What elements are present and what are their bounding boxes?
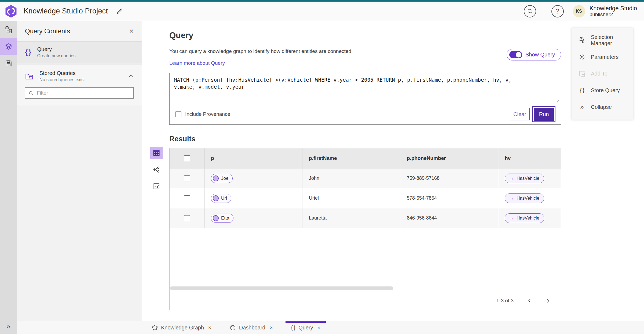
column-header-p[interactable]: p: [204, 148, 302, 168]
edit-title-icon[interactable]: [116, 8, 123, 15]
knowledge-graph-icon: [152, 325, 158, 331]
include-provenance-checkbox[interactable]: [175, 111, 181, 117]
user-app-name: Knowledge Studio: [590, 5, 637, 12]
horizontal-scrollbar: [170, 286, 561, 291]
selection-manager-icon: [579, 37, 586, 44]
close-icon[interactable]: ×: [208, 325, 211, 331]
search-button[interactable]: [524, 5, 536, 17]
show-query-label: Show Query: [525, 52, 555, 58]
arrow-right-icon: →: [510, 176, 514, 181]
app-logo-icon: [5, 5, 17, 18]
next-page-button[interactable]: [543, 295, 553, 306]
tab-knowledge-graph[interactable]: Knowledge Graph ×: [146, 321, 217, 334]
double-chevron-icon: »: [7, 323, 10, 330]
header-checkbox-cell: [170, 148, 204, 168]
cell-phonenumber: 578-654-7854: [400, 188, 498, 208]
pagination-range: 1-3 of 3: [496, 298, 514, 304]
braces-icon: { }: [291, 325, 295, 331]
left-rail: »: [0, 21, 17, 334]
column-header-firstname[interactable]: p.firstName: [302, 148, 400, 168]
rail-item-query-layers[interactable]: [0, 38, 17, 55]
header-bar: Knowledge Studio Project ? KS Knowledge …: [0, 2, 644, 21]
collapse-button[interactable]: » Collapse: [572, 99, 633, 115]
hierarchy-icon: [5, 26, 12, 33]
arrow-right-icon: →: [510, 196, 514, 201]
entity-node-icon: [213, 175, 219, 181]
entity-pill[interactable]: Etta: [211, 214, 233, 223]
avatar[interactable]: KS: [573, 5, 585, 17]
row-checkbox[interactable]: [184, 195, 190, 201]
selection-manager-button[interactable]: Selection Manager: [572, 32, 633, 49]
relationship-label: HasVehicle: [517, 216, 539, 221]
entity-label: Joe: [221, 176, 228, 181]
filter-input[interactable]: [37, 90, 130, 96]
column-header-hv[interactable]: hv: [498, 148, 561, 168]
panel-item-query[interactable]: { } Query Create new queries: [17, 42, 142, 63]
table-row[interactable]: Uri Uriel 578-654-7854 → HasVehicle: [170, 188, 561, 208]
tab-dashboard[interactable]: Dashboard ×: [224, 321, 278, 334]
entity-label: Uri: [221, 196, 227, 201]
project-title: Knowledge Studio Project: [24, 7, 108, 15]
relationship-pill[interactable]: → HasVehicle: [505, 174, 544, 183]
query-editor[interactable]: MATCH (p:Person)-[hv:HasVehicle]->(v:Veh…: [170, 73, 561, 104]
query-item-title: Query: [37, 46, 75, 52]
previous-page-button[interactable]: [524, 295, 535, 306]
include-provenance-label: Include Provenance: [185, 111, 230, 117]
scrollbar-thumb[interactable]: [170, 286, 393, 290]
graph-view-button[interactable]: [150, 163, 163, 176]
map-view-button[interactable]: [150, 180, 163, 192]
table-empty-area: [170, 228, 561, 286]
row-checkbox[interactable]: [184, 215, 190, 221]
store-query-button[interactable]: { } Store Query: [572, 82, 633, 99]
query-tools-panel: Selection Manager Parameters: [572, 28, 633, 120]
close-icon[interactable]: ×: [270, 325, 273, 331]
table-view-button[interactable]: [150, 147, 163, 159]
entity-pill[interactable]: Uri: [211, 194, 231, 203]
results-view-toolbar: [150, 147, 163, 192]
table-icon: [153, 149, 160, 157]
row-checkbox[interactable]: [184, 175, 190, 181]
column-header-phonenumber[interactable]: p.phoneNumber: [400, 148, 498, 168]
rail-expand-button[interactable]: »: [0, 319, 17, 334]
query-item-subtitle: Create new queries: [37, 53, 75, 58]
avatar-initials: KS: [576, 9, 582, 14]
tool-label: Selection Manager: [591, 34, 626, 46]
entity-pill[interactable]: Joe: [211, 174, 233, 183]
cell-phonenumber: 759-889-57168: [400, 168, 498, 188]
parameters-button[interactable]: Parameters: [572, 49, 633, 65]
tool-label: Parameters: [591, 54, 619, 60]
results-title: Results: [169, 135, 561, 143]
bottom-tab-bar: Knowledge Graph × Dashboard × {: [17, 321, 644, 334]
cell-phonenumber: 846-956-8644: [400, 208, 498, 228]
show-query-toggle[interactable]: Show Query: [507, 49, 561, 60]
rail-item-save[interactable]: [0, 55, 17, 72]
close-icon[interactable]: ×: [317, 325, 321, 331]
query-box: MATCH (p:Person)-[hv:HasVehicle]->(v:Veh…: [169, 73, 561, 125]
arrow-right-icon: →: [510, 216, 514, 221]
panel-close-icon[interactable]: ×: [129, 27, 134, 35]
help-button[interactable]: ?: [551, 5, 564, 17]
cell-firstname: Uriel: [302, 188, 400, 208]
chevron-right-icon: [546, 298, 550, 303]
table-row[interactable]: Joe John 759-889-57168 → HasVehicle: [170, 168, 561, 188]
relationship-pill[interactable]: → HasVehicle: [505, 193, 544, 203]
braces-icon: { }: [25, 48, 31, 56]
dashboard-gauge-icon: [230, 325, 236, 331]
tab-label: Dashboard: [239, 325, 265, 331]
rail-item-knowledge-graph[interactable]: [0, 21, 17, 38]
relationship-pill[interactable]: → HasVehicle: [505, 213, 544, 223]
select-all-checkbox[interactable]: [184, 155, 190, 161]
run-button[interactable]: Run: [534, 108, 554, 121]
tool-label: Collapse: [591, 104, 612, 110]
resize-handle-icon[interactable]: [556, 99, 559, 102]
tab-query[interactable]: { } Query ×: [286, 321, 326, 334]
clear-button[interactable]: Clear: [510, 108, 530, 120]
table-row[interactable]: Etta Lauretta 846-956-8644 → HasVehicle: [170, 208, 561, 228]
entity-label: Etta: [221, 216, 229, 221]
chevron-up-icon[interactable]: [128, 73, 134, 79]
tab-label: Knowledge Graph: [161, 325, 204, 331]
network-icon: [153, 166, 160, 173]
braces-icon: { }: [579, 87, 586, 94]
learn-more-link[interactable]: Learn more about Query: [169, 60, 225, 66]
stored-queries-header[interactable]: Stored Queries No stored queries exist: [17, 65, 142, 87]
